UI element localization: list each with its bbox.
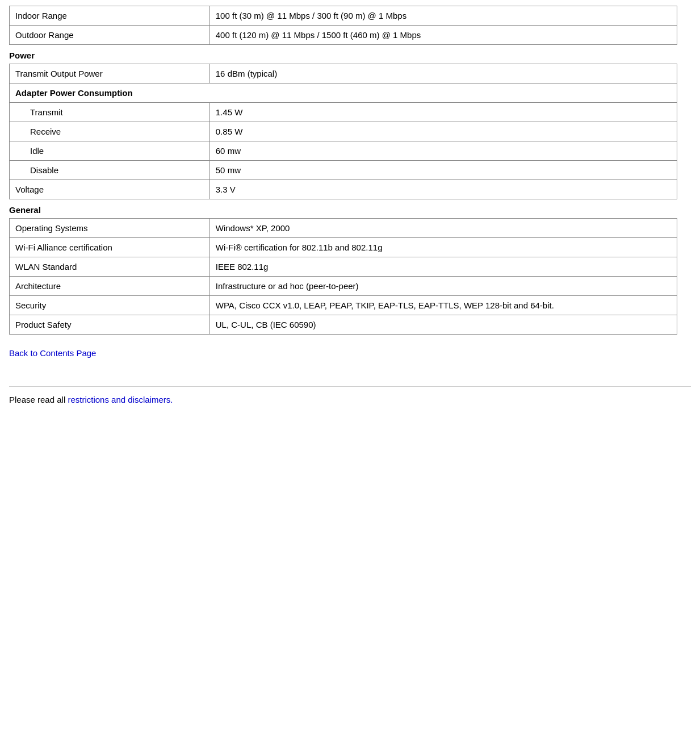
row-value: UL, C-UL, CB (IEC 60590) — [209, 315, 677, 335]
table-row: Operating SystemsWindows* XP, 2000 — [10, 219, 677, 238]
row-label: Transmit Output Power — [10, 64, 210, 83]
table-row: Transmit Output Power16 dBm (typical) — [10, 64, 677, 83]
adapter-power-heading: Adapter Power Consumption — [10, 83, 677, 103]
restrictions-link[interactable]: restrictions and disclaimers. — [68, 395, 173, 404]
row-label: Security — [10, 296, 210, 315]
table-row: Disable50 mw — [10, 161, 677, 180]
row-label: Transmit — [10, 103, 210, 122]
row-label: Outdoor Range — [10, 26, 210, 45]
back-to-contents-link[interactable]: Back to Contents Page — [9, 348, 96, 358]
table-row: Indoor Range100 ft (30 m) @ 11 Mbps / 30… — [10, 6, 677, 26]
adapter-power-heading-row: Adapter Power Consumption — [10, 83, 677, 103]
range-table: Indoor Range100 ft (30 m) @ 11 Mbps / 30… — [9, 6, 677, 45]
row-value: 60 mw — [209, 141, 677, 161]
row-value: 400 ft (120 m) @ 11 Mbps / 1500 ft (460 … — [209, 26, 677, 45]
table-row: Product SafetyUL, C-UL, CB (IEC 60590) — [10, 315, 677, 335]
table-row: Idle60 mw — [10, 141, 677, 161]
table-row: Receive0.85 W — [10, 122, 677, 141]
row-label: Product Safety — [10, 315, 210, 335]
power-table: Transmit Output Power16 dBm (typical)Ada… — [9, 64, 677, 199]
row-value: WPA, Cisco CCX v1.0, LEAP, PEAP, TKIP, E… — [209, 296, 677, 315]
row-label: Idle — [10, 141, 210, 161]
table-row: Transmit1.45 W — [10, 103, 677, 122]
row-value: Wi-Fi® certification for 802.11b and 802… — [209, 238, 677, 257]
footer-text: Please read all restrictions and disclai… — [9, 395, 691, 404]
row-value: Infrastructure or ad hoc (peer-to-peer) — [209, 277, 677, 296]
row-label: Wi-Fi Alliance certification — [10, 238, 210, 257]
general-heading: General — [9, 205, 691, 215]
table-row: Outdoor Range400 ft (120 m) @ 11 Mbps / … — [10, 26, 677, 45]
general-table: Operating SystemsWindows* XP, 2000Wi-Fi … — [9, 218, 677, 335]
row-label: Operating Systems — [10, 219, 210, 238]
table-row: Voltage3.3 V — [10, 180, 677, 199]
row-label: Disable — [10, 161, 210, 180]
row-label: Receive — [10, 122, 210, 141]
row-value: IEEE 802.11g — [209, 257, 677, 277]
row-label: Indoor Range — [10, 6, 210, 26]
row-value: 100 ft (30 m) @ 11 Mbps / 300 ft (90 m) … — [209, 6, 677, 26]
row-value: Windows* XP, 2000 — [209, 219, 677, 238]
table-row: WLAN StandardIEEE 802.11g — [10, 257, 677, 277]
row-value: 0.85 W — [209, 122, 677, 141]
row-value: 16 dBm (typical) — [209, 64, 677, 83]
footer-divider — [9, 386, 691, 387]
footer-text-prefix: Please read all — [9, 395, 68, 404]
table-row: ArchitectureInfrastructure or ad hoc (pe… — [10, 277, 677, 296]
power-heading: Power — [9, 51, 691, 60]
row-value: 3.3 V — [209, 180, 677, 199]
row-label: Architecture — [10, 277, 210, 296]
table-row: Wi-Fi Alliance certificationWi-Fi® certi… — [10, 238, 677, 257]
row-label: WLAN Standard — [10, 257, 210, 277]
row-value: 1.45 W — [209, 103, 677, 122]
row-value: 50 mw — [209, 161, 677, 180]
row-label: Voltage — [10, 180, 210, 199]
table-row: SecurityWPA, Cisco CCX v1.0, LEAP, PEAP,… — [10, 296, 677, 315]
